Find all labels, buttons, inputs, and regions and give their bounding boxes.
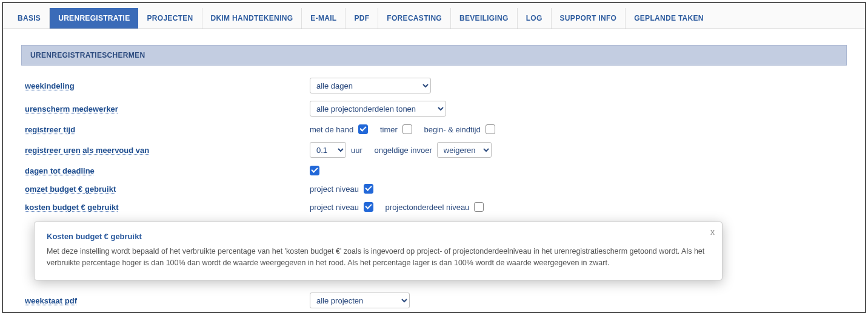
select-urenscherm-medewerker[interactable]: alle projectonderdelen tonen bbox=[310, 101, 446, 117]
checkbox-begin-eindtijd[interactable] bbox=[486, 124, 495, 134]
text-uur: uur bbox=[351, 146, 362, 155]
close-icon[interactable]: x bbox=[710, 227, 715, 237]
tab-basis[interactable]: BASIS bbox=[9, 8, 50, 29]
tab-geplande-taken[interactable]: GEPLANDE TAKEN bbox=[626, 8, 712, 29]
label-omzet-budget[interactable]: omzet budget € gebruikt bbox=[25, 185, 310, 194]
tooltip-title: Kosten budget € gebruikt bbox=[47, 232, 710, 241]
label-weekstaat-pdf[interactable]: weekstaat pdf bbox=[25, 296, 310, 305]
row-weekstaat-pdf: weekstaat pdf alle projecten bbox=[21, 289, 847, 312]
tab-bar: BASIS URENREGISTRATIE PROJECTEN DKIM HAN… bbox=[3, 3, 865, 29]
tab-urenregistratie[interactable]: URENREGISTRATIE bbox=[50, 8, 138, 29]
checkbox-omzet-project-niveau[interactable] bbox=[364, 184, 373, 194]
tab-projecten[interactable]: PROJECTEN bbox=[138, 8, 202, 29]
checkbox-dagen-tot-deadline[interactable] bbox=[310, 166, 319, 175]
row-urenscherm-medewerker: urenscherm medewerker alle projectonderd… bbox=[21, 97, 847, 120]
tab-log[interactable]: LOG bbox=[518, 8, 552, 29]
tab-beveiliging[interactable]: BEVEILIGING bbox=[451, 8, 518, 29]
label-urenscherm-medewerker[interactable]: urenscherm medewerker bbox=[25, 104, 310, 113]
tab-email[interactable]: E-MAIL bbox=[302, 8, 346, 29]
tab-pdf[interactable]: PDF bbox=[346, 8, 378, 29]
label-dagen-tot-deadline[interactable]: dagen tot deadline bbox=[25, 166, 310, 175]
row-dagen-tot-deadline: dagen tot deadline bbox=[21, 161, 847, 180]
label-registreer-uren-meervoud[interactable]: registreer uren als meervoud van bbox=[25, 146, 310, 155]
text-met-de-hand: met de hand bbox=[310, 125, 353, 134]
tab-dkim-handtekening[interactable]: DKIM HANDTEKENING bbox=[202, 8, 302, 29]
tooltip-body: Met deze instelling wordt bepaald of het… bbox=[47, 246, 710, 269]
row-kosten-budget: kosten budget € gebruikt project niveau … bbox=[21, 198, 847, 216]
section-header: URENREGISTRATIESCHERMEN bbox=[21, 45, 847, 66]
app-frame: BASIS URENREGISTRATIE PROJECTEN DKIM HAN… bbox=[2, 2, 866, 313]
label-weekindeling[interactable]: weekindeling bbox=[25, 81, 310, 90]
checkbox-timer[interactable] bbox=[402, 124, 412, 134]
text-kosten-project-niveau: project niveau bbox=[310, 203, 359, 212]
row-omzet-budget: omzet budget € gebruikt project niveau bbox=[21, 180, 847, 198]
tab-support-info[interactable]: SUPPORT INFO bbox=[552, 8, 626, 29]
text-timer: timer bbox=[380, 125, 398, 134]
label-registreer-tijd[interactable]: registreer tijd bbox=[25, 125, 310, 134]
row-registreer-uren-meervoud: registreer uren als meervoud van 0.1 uur… bbox=[21, 138, 847, 161]
row-weekindeling: weekindeling alle dagen bbox=[21, 74, 847, 97]
text-begin-eindtijd: begin- & eindtijd bbox=[424, 125, 480, 134]
select-weekstaat-pdf[interactable]: alle projecten bbox=[310, 293, 410, 308]
row-registreer-tijd: registreer tijd met de hand timer begin-… bbox=[21, 120, 847, 138]
text-kosten-projectonderdeel-niveau: projectonderdeel niveau bbox=[386, 203, 470, 212]
tab-forecasting[interactable]: FORECASTING bbox=[378, 8, 451, 29]
checkbox-kosten-project-niveau[interactable] bbox=[364, 202, 373, 212]
select-meervoud-value[interactable]: 0.1 bbox=[310, 142, 346, 158]
checkbox-kosten-projectonderdeel-niveau[interactable] bbox=[474, 202, 484, 212]
tooltip-popup: x Kosten budget € gebruikt Met deze inst… bbox=[34, 222, 723, 280]
label-kosten-budget[interactable]: kosten budget € gebruikt bbox=[25, 203, 310, 212]
text-omzet-project-niveau: project niveau bbox=[310, 185, 359, 194]
checkbox-met-de-hand[interactable] bbox=[358, 124, 368, 134]
text-ongeldige-invoer: ongeldige invoer bbox=[374, 146, 432, 155]
select-ongeldige-invoer[interactable]: weigeren bbox=[437, 142, 492, 158]
select-weekindeling[interactable]: alle dagen bbox=[310, 78, 431, 93]
